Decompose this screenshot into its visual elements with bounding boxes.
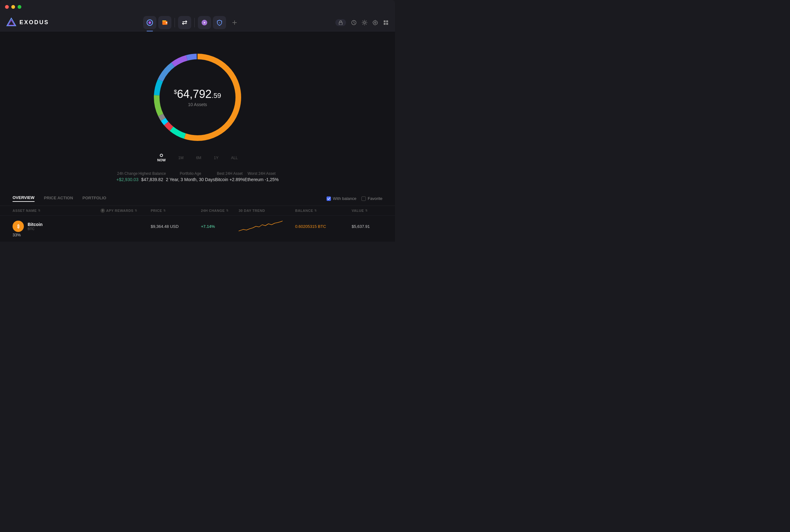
timeline-now: NOW (157, 154, 166, 162)
svg-rect-6 (162, 20, 166, 21)
sort-icon-asset: ⇅ (38, 209, 41, 212)
btc-name-col: Bitcoin BTC (27, 222, 42, 231)
stat-highest-balance-value: $47,839.82 (138, 177, 166, 182)
btc-name: Bitcoin (27, 222, 42, 227)
tab-portfolio[interactable]: PORTFOLIO (82, 195, 107, 202)
history-button[interactable] (351, 20, 357, 25)
btc-change: +7.14% (201, 224, 239, 229)
timeline-now-label: NOW (157, 158, 166, 162)
gear-button[interactable] (372, 20, 378, 25)
th-24h-change[interactable]: 24H CHANGE ⇅ (201, 208, 239, 213)
svg-rect-19 (386, 23, 388, 25)
nav-shield-button[interactable]: + (213, 16, 226, 29)
help-icon: ? (100, 208, 105, 213)
btc-ticker: BTC (27, 227, 42, 231)
tabs-filters: With balance Favorite (326, 196, 382, 201)
sort-icon-change: ⇅ (226, 209, 229, 212)
stat-worst-asset-label: Worst 24H Asset (245, 171, 279, 176)
th-value[interactable]: VALUE ⇅ (352, 208, 395, 213)
stat-highest-balance-label: Highest Balance (138, 171, 166, 176)
stat-best-asset: Best 24H Asset Bitcoin +2.89% (215, 171, 245, 182)
stats-row: 24h Change +$2,930.03 Highest Balance $4… (97, 165, 297, 188)
with-balance-checkbox[interactable] (326, 196, 331, 201)
navbar-center: ✦ + (143, 16, 241, 29)
sort-icon-balance: ⇅ (314, 209, 317, 212)
lock-toggle-button[interactable] (335, 19, 346, 26)
svg-text:₿: ₿ (17, 224, 19, 229)
portfolio-value: $64,792.59 (174, 88, 221, 101)
tab-price-action[interactable]: PRICE ACTION (44, 195, 73, 202)
table-row[interactable]: ₿ Bitcoin BTC $9,364.48 USD +7.14% 0.602… (0, 216, 395, 242)
stat-portfolio-age: Portfolio Age 2 Year, 3 Month, 30 Days (166, 171, 215, 182)
favorite-label: Favorite (368, 196, 382, 201)
stat-portfolio-age-value: 2 Year, 3 Month, 30 Days (166, 177, 215, 182)
favorite-checkbox[interactable] (361, 196, 366, 201)
close-button[interactable] (5, 5, 9, 9)
currency-symbol: $ (174, 89, 177, 95)
th-balance[interactable]: BALANCE ⇅ (295, 208, 352, 213)
btc-balance: 0.60205315 BTC (295, 224, 352, 229)
btc-icon: ₿ (13, 221, 24, 232)
main-content: $64,792.59 10 Assets NOW 1M 6M 1Y ALL 24… (0, 32, 395, 242)
svg-point-14 (363, 22, 365, 23)
stat-best-asset-value: Bitcoin +2.89% (215, 177, 245, 182)
btc-price: $9,364.48 USD (151, 224, 201, 229)
exodus-logo-icon (6, 18, 16, 27)
btc-portfolio: 33% (13, 232, 100, 237)
chart-section: $64,792.59 10 Assets NOW 1M 6M 1Y ALL 24… (0, 41, 395, 191)
settings-button[interactable] (362, 20, 368, 25)
nav-separator-2 (194, 18, 195, 27)
stat-worst-asset: Worst 24H Asset Ethereum -1,25% (245, 171, 279, 182)
timeline-all[interactable]: ALL (231, 156, 238, 160)
minimize-button[interactable] (11, 5, 15, 9)
nav-nft-button[interactable]: ✦ (198, 16, 211, 29)
th-30day-trend: 30 DAY TREND (239, 208, 295, 213)
donut-center: $64,792.59 10 Assets (174, 88, 221, 107)
stat-best-asset-label: Best 24H Asset (215, 171, 245, 176)
portfolio-donut-chart: $64,792.59 10 Assets (147, 47, 248, 148)
logo: EXODUS (6, 18, 49, 27)
stat-24h-change-label: 24h Change (116, 171, 138, 176)
table-header: ASSET NAME ⇅ ? APY REWARDS ⇅ PRICE ⇅ 24H… (0, 206, 395, 216)
with-balance-label: With balance (333, 196, 356, 201)
navbar: EXODUS (0, 14, 395, 32)
grid-button[interactable] (383, 20, 389, 25)
nav-exchange-button[interactable] (178, 16, 191, 29)
tab-overview[interactable]: OVERVIEW (13, 195, 35, 202)
svg-text:+: + (219, 21, 220, 24)
sort-icon-value: ⇅ (365, 209, 368, 212)
stat-24h-change: 24h Change +$2,930.03 (116, 171, 138, 182)
assets-count: 10 Assets (174, 102, 221, 107)
svg-rect-16 (384, 20, 385, 22)
asset-cell-btc: ₿ Bitcoin BTC (13, 221, 100, 232)
titlebar (0, 0, 395, 14)
nav-portfolio-button[interactable] (143, 16, 156, 29)
sort-icon-price: ⇅ (163, 209, 166, 212)
timeline-dot-circle (160, 154, 163, 157)
timeline-1m[interactable]: 1M (178, 156, 184, 160)
th-apy-rewards[interactable]: ? APY REWARDS ⇅ (100, 208, 151, 213)
logo-text: EXODUS (19, 19, 49, 26)
nav-separator (174, 18, 175, 27)
navbar-right (335, 19, 389, 26)
btc-value: $5,637.91 (352, 224, 395, 229)
stat-highest-balance: Highest Balance $47,839.82 (138, 171, 166, 182)
timeline-6m[interactable]: 6M (196, 156, 201, 160)
btc-sparkline (239, 220, 295, 232)
th-price[interactable]: PRICE ⇅ (151, 208, 201, 213)
svg-point-15 (375, 22, 376, 23)
svg-rect-18 (384, 23, 385, 25)
filter-favorite[interactable]: Favorite (361, 196, 382, 201)
maximize-button[interactable] (18, 5, 21, 9)
timeline-1y[interactable]: 1Y (214, 156, 219, 160)
svg-rect-5 (166, 22, 167, 23)
sort-icon-apy: ⇅ (135, 209, 137, 212)
svg-rect-12 (339, 22, 342, 25)
th-asset-name[interactable]: ASSET NAME ⇅ (13, 208, 100, 213)
svg-rect-17 (386, 20, 388, 22)
nav-wallet-button[interactable] (158, 16, 171, 29)
nav-add-button[interactable] (228, 16, 241, 29)
timeline: NOW 1M 6M 1Y ALL (132, 154, 263, 162)
filter-with-balance[interactable]: With balance (326, 196, 356, 201)
tabs-row: OVERVIEW PRICE ACTION PORTFOLIO With bal… (0, 191, 395, 206)
